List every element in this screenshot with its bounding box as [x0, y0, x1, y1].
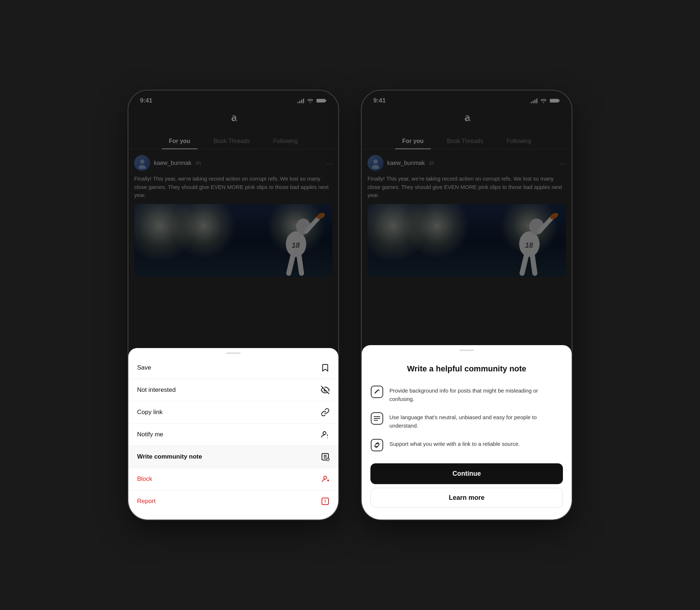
community-note-item-2: Use language that's neutral, unbiased an… [370, 408, 563, 434]
svg-rect-38 [371, 439, 383, 451]
list-note-icon [370, 412, 384, 425]
community-note-icon [321, 452, 330, 461]
sheet-item-block[interactable]: Block [128, 468, 338, 490]
community-note-text-3: Support what you write with a link to a … [389, 439, 520, 448]
sheet-item-block-label: Block [137, 475, 152, 483]
svg-point-12 [323, 432, 326, 435]
block-icon [321, 475, 330, 483]
sheet-item-copy-link[interactable]: Copy link [128, 401, 338, 424]
community-note-sheet: Write a helpful community note Provide b… [362, 345, 572, 520]
sheet-item-notify-label: Notify me [137, 431, 163, 438]
sheet-item-save-label: Save [137, 364, 151, 371]
community-note-item-1: Provide background info for posts that m… [370, 381, 563, 408]
sheet-handle-2 [459, 350, 474, 351]
learn-more-button[interactable]: Learn more [370, 488, 563, 508]
sheet-item-not-interested-label: Not interested [137, 386, 176, 394]
link-icon [321, 408, 330, 417]
person-notify-icon [321, 430, 330, 439]
sheet-item-community-note[interactable]: Write community note [128, 446, 338, 468]
action-sheet-1: Save Not interested Copy link Notify me [128, 348, 338, 520]
eye-off-icon [321, 386, 330, 394]
svg-point-13 [327, 437, 328, 438]
svg-point-21 [325, 502, 326, 503]
sheet-item-report[interactable]: Report [128, 490, 338, 512]
link-note-icon [370, 439, 384, 452]
edit-note-icon [370, 385, 384, 398]
community-sheet-title: Write a helpful community note [370, 354, 563, 381]
sheet-item-save[interactable]: Save [128, 357, 338, 379]
phone-1: 9:41 For you Book Threads Following [128, 90, 339, 520]
sheet-handle-1 [226, 352, 241, 354]
phone-2: 9:41 For you Book Threads Following [361, 90, 572, 520]
sheet-item-not-interested[interactable]: Not interested [128, 379, 338, 401]
svg-point-16 [324, 476, 327, 479]
continue-button[interactable]: Continue [370, 463, 563, 484]
community-note-text-1: Provide background info for posts that m… [389, 385, 563, 403]
community-note-item-3: Support what you write with a link to a … [370, 434, 563, 456]
report-icon [321, 497, 330, 506]
bookmark-icon [321, 363, 330, 372]
sheet-item-community-note-label: Write community note [137, 453, 202, 460]
sheet-item-notify[interactable]: Notify me [128, 424, 338, 446]
community-note-text-2: Use language that's neutral, unbiased an… [389, 412, 563, 430]
sheet-item-report-label: Report [137, 498, 156, 505]
sheet-item-copy-link-label: Copy link [137, 409, 163, 416]
